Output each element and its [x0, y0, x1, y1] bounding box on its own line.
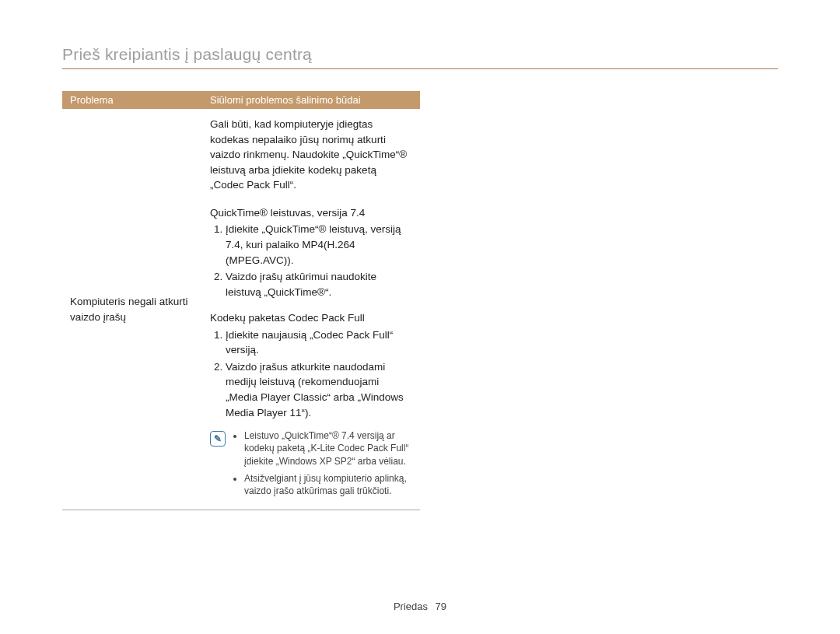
page-footer: Priedas 79 — [0, 601, 840, 612]
col-header-solution: Siūlomi problemos šalinimo būdai — [202, 91, 420, 109]
note-list: Leistuvo „QuickTime“® 7.4 versiją ar kod… — [233, 429, 411, 502]
troubleshooting-table: Problema Siūlomi problemos šalinimo būda… — [62, 91, 420, 510]
table-header-row: Problema Siūlomi problemos šalinimo būda… — [62, 91, 420, 109]
solution-intro: Gali būti, kad kompiuteryje įdiegtas kod… — [210, 117, 411, 193]
troubleshooting-table-wrapper: Problema Siūlomi problemos šalinimo būda… — [62, 91, 420, 510]
solution-group-b-title: Kodekų paketas Codec Pack Full — [210, 310, 411, 326]
solution-group-b-steps: Įdiekite naujausią „Codec Pack Full“ ver… — [210, 328, 411, 420]
manual-page: Prieš kreipiantis į paslaugų centrą Prob… — [0, 0, 840, 634]
list-item: Įdiekite „QuickTime“® leistuvą, versiją … — [226, 222, 411, 268]
page-title: Prieš kreipiantis į paslaugų centrą — [62, 45, 778, 69]
list-item: Vaizdo įrašus atkurkite naudodami medijų… — [226, 359, 411, 420]
solution-group-a-steps: Įdiekite „QuickTime“® leistuvą, versiją … — [210, 222, 411, 299]
list-item: Vaizdo įrašų atkūrimui naudokite leistuv… — [226, 269, 411, 299]
list-item: Įdiekite naujausią „Codec Pack Full“ ver… — [226, 328, 411, 358]
note-box: ✎ Leistuvo „QuickTime“® 7.4 versiją ar k… — [210, 429, 411, 502]
cell-solution: Gali būti, kad kompiuteryje įdiegtas kod… — [202, 109, 420, 510]
list-item: Atsižvelgiant į jūsų kompiuterio aplinką… — [244, 472, 411, 497]
list-item: Leistuvo „QuickTime“® 7.4 versiją ar kod… — [244, 429, 411, 468]
page-number: 79 — [436, 601, 446, 612]
footer-label: Priedas — [394, 601, 428, 612]
cell-problem: Kompiuteris negali atkurti vaizdo įrašų — [62, 109, 202, 510]
note-icon: ✎ — [210, 431, 226, 447]
solution-group-a-title: QuickTime® leistuvas, versija 7.4 — [210, 205, 411, 221]
table-row: Kompiuteris negali atkurti vaizdo įrašų … — [62, 109, 420, 510]
col-header-problem: Problema — [62, 91, 202, 109]
